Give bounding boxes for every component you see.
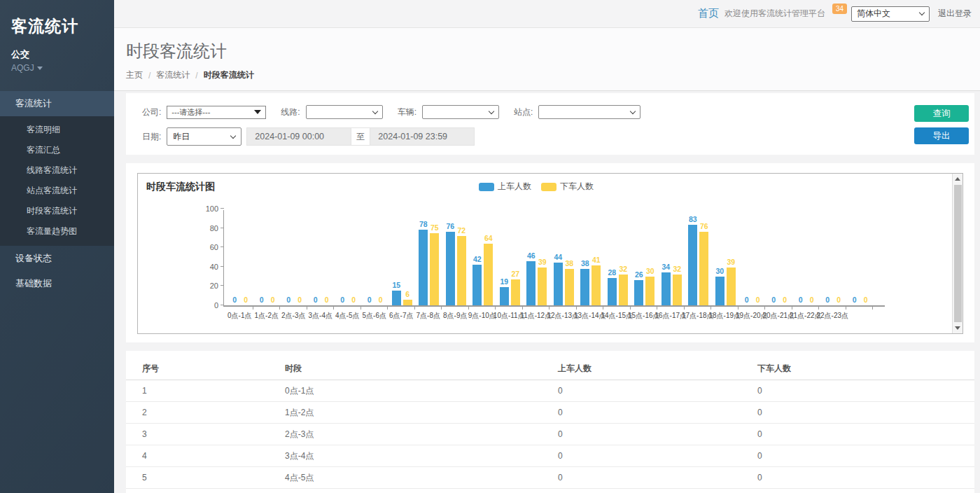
line-select[interactable] [306, 105, 383, 119]
y-axis-tick [220, 208, 224, 209]
table-cell: 1点-2点 [285, 402, 558, 424]
sidebar-item[interactable]: 客流汇总 [0, 140, 114, 160]
breadcrumb-item[interactable]: 主页 [126, 69, 143, 81]
bar-column: 0 [780, 210, 790, 305]
chart-panel: 时段车流统计图 上车人数下车人数 02040608010000000000000… [126, 163, 974, 342]
table-cell: 0点-1点 [285, 380, 558, 402]
station-select[interactable] [538, 105, 640, 119]
chart-container: 时段车流统计图 上车人数下车人数 02040608010000000000000… [137, 173, 963, 334]
bar-group: 7875 [416, 210, 443, 305]
chevron-down-icon [37, 67, 43, 70]
vehicle-select[interactable] [422, 105, 499, 119]
bar-group: 2630 [631, 210, 659, 305]
bar-value-label: 6 [396, 290, 419, 298]
bar-group: 1927 [496, 210, 524, 305]
bar-group: 00 [227, 210, 254, 305]
table-cell: 0 [757, 424, 974, 445]
table-column-header: 时段 [285, 358, 558, 380]
sidebar-item[interactable]: 线路客流统计 [0, 160, 114, 181]
chart-plot-wrap: 0204060801000000000000001567875767242641… [223, 210, 885, 321]
sidebar-item[interactable]: 客流明细 [0, 120, 114, 140]
x-axis-label: 6点-7点 [388, 311, 415, 321]
chart-scrollbar[interactable] [952, 174, 962, 333]
x-axis-label: 14点-15点 [603, 311, 631, 321]
breadcrumb: 主页/客流统计/时段客流统计 [126, 69, 980, 81]
bar-group: 3432 [658, 210, 685, 305]
date-range-separator: 至 [351, 127, 370, 146]
table-row: 10点-1点00 [126, 380, 974, 402]
scroll-up-arrow-icon[interactable] [953, 174, 962, 184]
bar-value-label: 0 [370, 296, 392, 304]
x-axis-tick [631, 307, 658, 310]
breadcrumb-item[interactable]: 客流统计 [156, 69, 190, 81]
bar-value-label: 39 [720, 258, 742, 266]
bar-column: 38 [565, 210, 574, 305]
table-cell: 0 [558, 424, 757, 445]
language-select[interactable]: 简体中文 [851, 6, 930, 22]
table-cell: 5点-6点 [285, 489, 558, 493]
bar-column: 0 [322, 210, 331, 305]
sidebar-section[interactable]: 基础数据 [0, 271, 114, 296]
sidebar: 客流统计 公交 AQGJ 客流统计客流明细客流汇总线路客流统计站点客流统计时段客… [0, 0, 114, 493]
x-axis-tick [361, 307, 388, 310]
sidebar-item[interactable]: 客流量趋势图 [0, 221, 114, 242]
table-cell: 0 [558, 467, 757, 489]
date-preset-select[interactable]: 昨日 [167, 127, 241, 146]
x-axis-tick [469, 307, 496, 310]
scrollbar-thumb[interactable] [954, 185, 962, 322]
bar-column: 0 [376, 210, 385, 305]
bar [419, 230, 428, 305]
bar-column: 0 [349, 210, 358, 305]
org-name: 公交 [0, 37, 114, 61]
x-axis-tick [603, 307, 631, 310]
bar-column: 76 [699, 210, 708, 305]
bar-column: 0 [807, 210, 816, 305]
bar-value-label: 76 [693, 222, 715, 230]
sidebar-menu: 客流统计客流明细客流汇总线路客流统计站点客流统计时段客流统计客流量趋势图设备状态… [0, 91, 114, 296]
x-axis-label: 19点-20点 [738, 311, 766, 321]
sidebar-section[interactable]: 设备状态 [0, 246, 114, 271]
x-axis-label: 5点-6点 [361, 311, 388, 321]
query-button[interactable]: 查询 [914, 105, 969, 122]
welcome-text: 欢迎使用客流统计管理平台 [724, 8, 825, 20]
x-axis-label: 16点-17点 [657, 311, 685, 321]
bar-column: 0 [742, 210, 751, 305]
bar [538, 268, 547, 305]
x-axis-tick [577, 307, 604, 310]
x-axis-tick [711, 307, 738, 310]
notification-badge[interactable]: 34 [832, 4, 847, 14]
export-button[interactable]: 导出 [914, 127, 969, 144]
table-panel: 序号时段上车人数下车人数 10点-1点0021点-2点0032点-3点0043点… [126, 351, 974, 493]
bar [662, 272, 671, 305]
bar-value-label: 64 [477, 234, 500, 242]
bar-column: 0 [834, 210, 844, 305]
home-link[interactable]: 首页 [698, 7, 719, 20]
chart-x-labels: 0点-1点1点-2点2点-3点3点-4点4点-5点5点-6点6点-7点7点-8点… [223, 311, 885, 321]
sidebar-section[interactable]: 客流统计 [0, 91, 114, 116]
bar-group: 4438 [550, 210, 578, 305]
bar-group: 00 [362, 210, 389, 305]
x-axis-label: 7点-8点 [415, 311, 442, 321]
bar-value-label: 0 [855, 296, 877, 304]
sidebar-item[interactable]: 站点客流统计 [0, 181, 114, 201]
scroll-down-arrow-icon[interactable] [953, 323, 962, 333]
date-from-input[interactable]: 2024-01-09 00:00 [246, 127, 351, 146]
org-code-dropdown[interactable]: AQGJ [0, 61, 114, 73]
x-axis-tick [846, 307, 874, 310]
date-to-input[interactable]: 2024-01-09 23:59 [370, 127, 475, 146]
bar-column: 0 [796, 210, 805, 305]
bar-column: 28 [608, 210, 617, 305]
sidebar-item[interactable]: 时段客流统计 [0, 201, 114, 221]
data-table: 序号时段上车人数下车人数 10点-1点0021点-2点0032点-3点0043点… [126, 358, 974, 493]
bar-column: 0 [268, 210, 277, 305]
triangle-down-icon [254, 110, 261, 114]
legend-item: 下车人数 [541, 181, 594, 193]
chart-plot: 0204060801000000000000001567875767242641… [223, 210, 885, 307]
bar [619, 275, 628, 305]
company-select[interactable]: ---请选择--- [167, 106, 266, 119]
logout-link[interactable]: 退出登录 [938, 8, 972, 20]
bar-group: 4264 [470, 210, 497, 305]
table-cell: 5 [126, 467, 285, 489]
table-cell: 4 [126, 445, 285, 467]
x-axis-label: 3点-4点 [307, 311, 335, 321]
